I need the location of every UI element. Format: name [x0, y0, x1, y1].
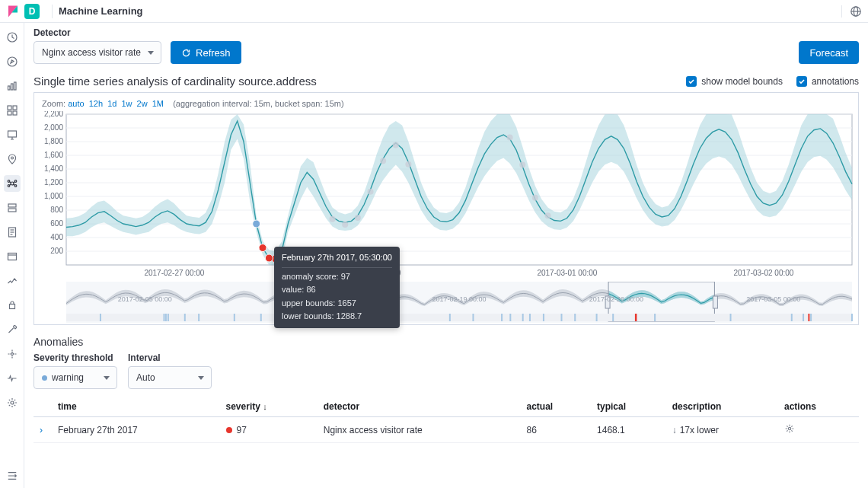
collapse-nav-icon[interactable] [5, 468, 20, 483]
svg-point-70 [545, 212, 551, 218]
row-actions-icon[interactable] [778, 417, 859, 443]
svg-text:1,400: 1,400 [44, 164, 63, 173]
col-actual[interactable]: actual [520, 397, 591, 417]
nav-monitoring-icon[interactable] [4, 370, 21, 387]
zoom-link[interactable]: auto [68, 99, 84, 108]
nav-uptime-icon[interactable] [4, 273, 21, 289]
col-time[interactable]: time [52, 397, 220, 417]
svg-text:2017-02-27 00:00: 2017-02-27 00:00 [144, 269, 204, 277]
zoom-bar: Zoom: auto 12h 1d 1w 2w 1M (aggregation … [39, 97, 854, 111]
svg-text:600: 600 [50, 219, 63, 228]
nav-infra-icon[interactable] [4, 199, 21, 216]
anomalies-table: time severity ↓ detector actual typical … [34, 397, 859, 443]
nav-maps-icon[interactable] [4, 151, 21, 167]
svg-rect-90 [730, 314, 732, 321]
svg-point-63 [367, 189, 373, 195]
svg-rect-95 [654, 314, 656, 321]
nav-canvas-icon[interactable] [4, 126, 21, 143]
svg-text:2017-02-19 00:00: 2017-02-19 00:00 [432, 295, 486, 303]
svg-rect-20 [8, 209, 16, 212]
context-chart[interactable]: 2017-02-05 00:002017-02-12 00:002017-02-… [39, 282, 855, 323]
svg-point-66 [405, 161, 411, 167]
svg-rect-91 [529, 314, 531, 321]
svg-rect-81 [791, 314, 793, 321]
svg-rect-80 [449, 314, 451, 321]
severity-threshold-label: Severity threshold [34, 352, 117, 363]
svg-point-67 [507, 135, 513, 141]
main-chart[interactable]: 2004006008001,0001,2001,4001,6001,8002,0… [39, 111, 855, 279]
svg-rect-74 [713, 296, 717, 308]
annotations-checkbox[interactable]: annotations [796, 76, 859, 87]
svg-rect-82 [808, 314, 809, 321]
svg-rect-103 [612, 314, 614, 321]
nav-discover-icon[interactable] [4, 53, 21, 70]
svg-point-65 [393, 142, 399, 148]
show-model-bounds-checkbox[interactable]: show model bounds [686, 76, 783, 87]
svg-rect-76 [260, 314, 262, 321]
zoom-link[interactable]: 1M [152, 99, 164, 108]
svg-rect-7 [14, 82, 16, 90]
zoom-link[interactable]: 12h [89, 99, 103, 108]
nav-stack-icon[interactable] [4, 346, 21, 362]
svg-text:1,800: 1,800 [44, 137, 63, 145]
detector-label: Detector [34, 27, 161, 38]
svg-rect-78 [472, 314, 474, 321]
svg-rect-11 [13, 111, 17, 115]
svg-text:200: 200 [50, 247, 63, 255]
svg-rect-86 [184, 314, 186, 321]
refresh-button[interactable]: Refresh [171, 41, 241, 64]
svg-text:2017-03-05 00:00: 2017-03-05 00:00 [746, 295, 800, 303]
kibana-logo[interactable] [6, 5, 20, 18]
svg-text:1,600: 1,600 [44, 151, 63, 159]
svg-text:400: 400 [50, 233, 63, 241]
zoom-link[interactable]: 1w [121, 99, 132, 108]
nav-devtools-icon[interactable] [4, 321, 21, 338]
zoom-link[interactable]: 2w [137, 99, 148, 108]
svg-text:2017-02-05 00:00: 2017-02-05 00:00 [118, 295, 172, 303]
svg-point-13 [11, 157, 13, 159]
table-row[interactable]: › February 27th 2017 97 Nginx access vis… [34, 417, 859, 443]
newsfeed-icon[interactable] [841, 5, 862, 18]
svg-text:2017-03-01 00:00: 2017-03-01 00:00 [537, 269, 597, 277]
nav-dashboard-icon[interactable] [4, 102, 21, 119]
nav-visualize-icon[interactable] [4, 78, 21, 94]
app-title: Machine Learning [59, 5, 143, 17]
col-detector[interactable]: detector [318, 397, 521, 417]
anomalies-title: Anomalies [34, 336, 859, 348]
svg-rect-5 [8, 86, 10, 90]
svg-text:2017-03-02 00:00: 2017-03-02 00:00 [733, 269, 793, 277]
svg-rect-84 [596, 314, 598, 321]
nav-recent-icon[interactable] [4, 29, 21, 46]
interval-label: Interval [128, 352, 212, 363]
svg-point-58 [259, 244, 266, 252]
col-actions[interactable]: actions [778, 397, 859, 417]
nav-siem-icon[interactable] [4, 297, 21, 314]
svg-text:800: 800 [50, 206, 63, 214]
interval-select[interactable]: Auto [128, 366, 212, 389]
svg-point-112 [788, 427, 791, 430]
severity-threshold-select[interactable]: warning [34, 366, 117, 389]
nav-logs-icon[interactable] [4, 224, 21, 241]
svg-text:1,200: 1,200 [44, 178, 63, 187]
svg-rect-92 [234, 314, 235, 321]
svg-rect-77 [100, 314, 101, 321]
nav-ml-icon[interactable] [4, 175, 21, 192]
svg-rect-25 [8, 254, 16, 260]
space-badge[interactable]: D [24, 4, 40, 19]
col-description[interactable]: description [666, 397, 778, 417]
zoom-link[interactable]: 1d [107, 99, 116, 108]
svg-rect-10 [8, 111, 11, 115]
svg-rect-19 [8, 204, 16, 207]
svg-text:2017-02-26 00:00: 2017-02-26 00:00 [589, 295, 643, 303]
col-severity[interactable]: severity ↓ [220, 397, 318, 417]
chart-container: Zoom: auto 12h 1d 1w 2w 1M (aggregation … [34, 92, 859, 325]
nav-management-icon[interactable] [4, 394, 21, 411]
svg-rect-97 [501, 314, 503, 321]
nav-apm-icon[interactable] [4, 248, 21, 265]
expand-row-icon[interactable]: › [34, 417, 52, 443]
detector-select[interactable]: Nginx access visitor rate [34, 41, 161, 64]
svg-text:2,200: 2,200 [44, 111, 63, 118]
svg-rect-87 [198, 314, 199, 321]
col-typical[interactable]: typical [591, 397, 666, 417]
forecast-button[interactable]: Forecast [799, 41, 859, 64]
